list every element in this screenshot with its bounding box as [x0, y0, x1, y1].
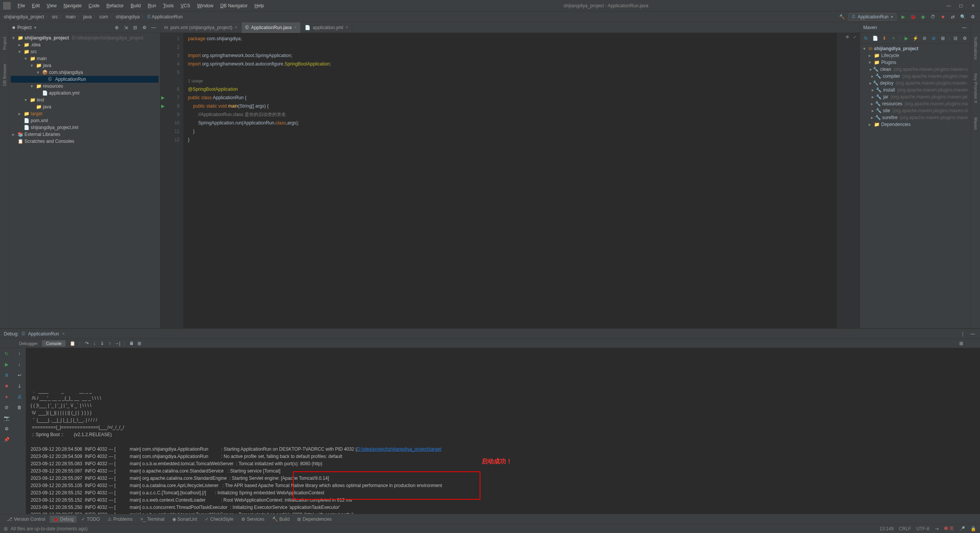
hide-icon[interactable]: —: [961, 24, 968, 31]
run-maven-icon[interactable]: ▶: [903, 35, 910, 42]
editor-tab-pom-xml-shijiangdiya-project-[interactable]: mpom.xml (shijiangdiya_project)×: [160, 22, 242, 33]
mute-bp-icon[interactable]: ⊘: [3, 404, 10, 411]
close-tab-icon[interactable]: ×: [235, 25, 237, 30]
menu-run[interactable]: Run: [145, 2, 159, 10]
maven-node-lifecycle[interactable]: ▸📁Lifecycle: [862, 52, 969, 59]
sidebar-tab-db-browser[interactable]: DB Browser: [2, 60, 8, 89]
step-into-icon[interactable]: ↓: [91, 340, 98, 347]
menu-navigate[interactable]: Navigate: [60, 2, 85, 10]
bottom-tab-services[interactable]: ⚙Services: [238, 516, 268, 523]
profile-icon[interactable]: ⏱: [929, 13, 936, 20]
lock-icon[interactable]: 🔒: [970, 526, 976, 531]
menu-refactor[interactable]: Refactor: [103, 2, 127, 10]
minimize-button[interactable]: —: [945, 2, 952, 10]
maven-node-jar[interactable]: ▸🔧jar(org.apache.maven.plugins:maven-jar: [862, 93, 969, 100]
menu-file[interactable]: File: [15, 2, 28, 10]
maven-settings-icon[interactable]: ⚙: [961, 35, 968, 42]
menu-vcs[interactable]: VCS: [178, 2, 193, 10]
bottom-tab-dependencies[interactable]: ⊞Dependencies: [294, 516, 335, 523]
bottom-tab-problems[interactable]: ⚠Problems: [105, 516, 136, 523]
vcs-icon[interactable]: ⇄: [949, 13, 956, 20]
console-output[interactable]: 启动成功！ . ____ _ __ _ _ /\\ / ___'_ __ _ _…: [26, 348, 980, 514]
collapse-icon[interactable]: ⊟: [132, 24, 139, 31]
menu-edit[interactable]: Edit: [29, 2, 43, 10]
encoding[interactable]: UTF-8: [916, 526, 929, 531]
maven-node-shijiangdiya_project[interactable]: ▾mshijiangdiya_project: [862, 45, 969, 52]
close-tab-icon[interactable]: ×: [294, 25, 297, 30]
skip-tests-icon[interactable]: ⊘: [930, 35, 937, 42]
clear-icon[interactable]: 🗑: [16, 404, 23, 411]
bottom-tab-terminal[interactable]: >_Terminal: [137, 516, 168, 523]
run-to-cursor-icon[interactable]: →|: [114, 340, 121, 347]
download-icon[interactable]: ⬇: [881, 35, 888, 42]
reload-icon[interactable]: ↻: [862, 35, 869, 42]
maven-node-surefire[interactable]: ▸🔧surefire(org.apache.maven.plugins:mave: [862, 114, 969, 121]
breadcrumb-src[interactable]: src: [52, 14, 58, 20]
breadcrumb-java[interactable]: java: [83, 14, 91, 20]
bottom-tab-build[interactable]: 🔨Build: [269, 516, 293, 523]
select-file-icon[interactable]: ⊕: [113, 24, 120, 31]
breadcrumb-applicationrun[interactable]: © ApplicationRun: [147, 14, 183, 20]
maven-node-site[interactable]: ▸🔧site(org.apache.maven.plugins:maven-si: [862, 107, 969, 114]
bottom-tab-debug[interactable]: 🐞Debug: [50, 516, 77, 523]
tree-node-main[interactable]: ▾📁main: [11, 55, 158, 62]
maven-tree[interactable]: ▾mshijiangdiya_project▸📁Lifecycle▾📁Plugi…: [860, 44, 971, 129]
indent-info[interactable]: ⇥: [935, 526, 939, 531]
toggle-offline-icon[interactable]: ⊘: [921, 35, 928, 42]
stop-icon[interactable]: ■: [939, 13, 946, 20]
camera-icon[interactable]: 📷: [3, 415, 10, 422]
maven-node-dependencies[interactable]: ▸📁Dependencies: [862, 121, 969, 128]
expand-icon[interactable]: ⇲: [122, 24, 129, 31]
tree-node-scratches-and-consoles[interactable]: 📋Scratches and Consoles: [11, 138, 158, 145]
rerun-icon[interactable]: ↻: [3, 350, 10, 357]
breadcrumb-shijiangdiya[interactable]: shijiangdiya: [116, 14, 140, 20]
thread-dump-icon[interactable]: 📋: [69, 340, 76, 347]
tree-node-resources[interactable]: ▾📁resources: [11, 83, 158, 90]
inspections-icon[interactable]: ✓: [853, 34, 857, 40]
menu-build[interactable]: Build: [127, 2, 144, 10]
search-icon[interactable]: 🔍: [959, 13, 966, 20]
menu-view[interactable]: View: [44, 2, 60, 10]
tree-node-test[interactable]: ▾📁test: [11, 96, 158, 103]
evaluate-icon[interactable]: 🖩: [128, 340, 135, 347]
execute-icon[interactable]: ⚡: [912, 35, 919, 42]
bottom-tab-version-control[interactable]: ⎇Version Control: [4, 516, 48, 523]
generate-icon[interactable]: 📄: [872, 35, 879, 42]
close-button[interactable]: ✕: [969, 2, 977, 10]
settings-icon[interactable]: ⚙: [141, 24, 148, 31]
pause-icon[interactable]: ⏸: [3, 372, 10, 379]
breakpoints-icon[interactable]: ●: [3, 393, 10, 400]
pin-icon[interactable]: 📌: [3, 436, 10, 443]
up-icon[interactable]: ↑: [16, 350, 23, 357]
maven-node-compiler[interactable]: ▸🔧compiler(org.apache.maven.plugins:mav: [862, 73, 969, 80]
tree-node-shijiangdiya_project[interactable]: ▾📁shijiangdiya_projectD:\idea\project\sh…: [11, 34, 158, 41]
force-step-icon[interactable]: ⇓: [99, 340, 106, 347]
maven-node-resources[interactable]: ▸🔧resources(org.apache.maven.plugins:ma: [862, 100, 969, 107]
settings-icon[interactable]: ⚙: [3, 425, 10, 432]
layout-icon[interactable]: ⊞: [958, 340, 965, 347]
tree-node-application-yml[interactable]: 📄application.yml: [11, 90, 158, 96]
sidebar-tab-key-promoter[interactable]: Key Promoter X: [973, 70, 979, 106]
code-area[interactable]: package com.shijiangdiya; import org.spr…: [183, 33, 837, 328]
console-tab[interactable]: Console: [42, 340, 65, 347]
maximize-button[interactable]: ◻: [957, 2, 965, 10]
collapse-all-icon[interactable]: ⊟: [952, 35, 959, 42]
menu-code[interactable]: Code: [85, 2, 103, 10]
stop-icon[interactable]: ■: [3, 383, 10, 389]
project-panel-title[interactable]: ■Project▾: [12, 25, 36, 30]
tree-node--idea[interactable]: ▸📁.idea: [11, 41, 158, 48]
tree-node-applicationrun[interactable]: ©ApplicationRun: [11, 76, 158, 83]
bottom-tab-checkstyle[interactable]: ✓CheckStyle: [202, 516, 237, 523]
step-out-icon[interactable]: ↑: [106, 340, 113, 347]
scroll-end-icon[interactable]: ⤓: [16, 383, 23, 389]
maven-node-deploy[interactable]: ▸🔧deploy(org.apache.maven.plugins:maven-: [862, 80, 969, 87]
debug-icon[interactable]: 🐞: [910, 13, 916, 20]
menu-db-navigator[interactable]: DB Navigator: [217, 2, 250, 10]
sidebar-tab-maven[interactable]: Maven: [973, 114, 979, 133]
maven-node-install[interactable]: ▸🔧install(org.apache.maven.plugins:maven: [862, 87, 969, 93]
soft-wrap-icon[interactable]: ↩: [16, 372, 23, 379]
breadcrumb-com[interactable]: com: [99, 14, 108, 20]
tree-node-shijiangdiya_project-iml[interactable]: 📄shijiangdiya_project.iml: [11, 124, 158, 131]
bottom-tab-todo[interactable]: ✓TODO: [78, 516, 103, 523]
tree-node-target[interactable]: ▸📁target: [11, 110, 158, 117]
